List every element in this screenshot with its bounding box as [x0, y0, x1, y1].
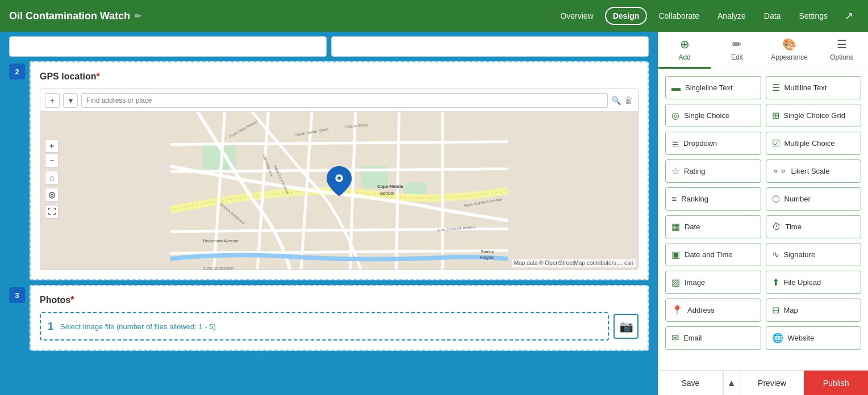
zoom-in-btn[interactable]: +: [45, 139, 59, 153]
qt-address[interactable]: 📍 Address: [665, 299, 761, 322]
qt-website[interactable]: 🌐 Website: [766, 326, 862, 350]
address-label: Address: [687, 306, 715, 314]
qt-time[interactable]: ⏱ Time: [766, 215, 862, 238]
fullscreen-btn[interactable]: ⛶: [45, 205, 59, 218]
sidebar-body: ▬ Singleline Text ☰ Multiline Text ◎ Sin…: [658, 69, 868, 370]
save-dropdown-btn[interactable]: ▲: [723, 371, 740, 395]
zoom-out-btn[interactable]: −: [45, 154, 59, 167]
save-button[interactable]: Save: [658, 371, 723, 395]
qt-number[interactable]: ⬡ Number: [766, 187, 862, 211]
qt-single-choice[interactable]: ◎ Single Choice: [665, 104, 761, 127]
multiple-choice-label: Multiple Choice: [784, 139, 835, 148]
photo-upload-box[interactable]: 1 Select image file (number of files all…: [40, 312, 609, 341]
photo-label: Select image file (number of files allow…: [60, 322, 216, 331]
single-choice-grid-icon: ⊞: [772, 110, 779, 121]
tab-options[interactable]: ☰ Options: [816, 32, 868, 69]
qt-image[interactable]: ▨ Image: [665, 271, 761, 294]
likert-scale-icon: ⚬⚬: [772, 166, 787, 177]
qt-likert-scale[interactable]: ⚬⚬ Likert Scale: [766, 159, 862, 183]
camera-button[interactable]: 📷: [614, 314, 639, 339]
options-tab-label: Options: [830, 53, 853, 61]
single-choice-icon: ◎: [671, 110, 679, 121]
right-sidebar: ⊕ Add ✏ Edit 🎨 Appearance ☰ Options ▬: [658, 32, 868, 395]
map-controls: + − ⌂ ◎ ⛶: [45, 139, 59, 218]
map-icon: ⊟: [772, 305, 779, 316]
nav-links: Overview Design Collaborate Analyze Data…: [553, 6, 859, 26]
time-icon: ⏱: [772, 222, 781, 232]
image-icon: ▨: [671, 277, 680, 288]
edit-title-icon[interactable]: ✏: [135, 11, 141, 20]
qt-date-and-time[interactable]: ▣ Date and Time: [665, 243, 761, 266]
svg-text:Cope Middle: Cope Middle: [377, 184, 403, 189]
required-star-2: *: [97, 72, 100, 81]
signature-label: Signature: [784, 250, 816, 259]
nav-data[interactable]: Data: [757, 8, 788, 24]
qt-date[interactable]: ▦ Date: [665, 215, 761, 238]
svg-text:School: School: [380, 191, 395, 196]
nav-collaborate[interactable]: Collaborate: [652, 8, 706, 24]
edit-tab-icon: ✏: [732, 37, 742, 51]
qt-signature[interactable]: ∿ Signature: [766, 243, 862, 266]
qt-map[interactable]: ⊟ Map: [766, 299, 862, 322]
date-and-time-icon: ▣: [671, 249, 680, 260]
multiline-text-icon: ☰: [772, 82, 780, 93]
map-search-input[interactable]: [81, 93, 608, 108]
qt-single-choice-grid[interactable]: ⊞ Single Choice Grid: [766, 104, 862, 127]
rating-label: Rating: [684, 167, 706, 175]
nav-analyze[interactable]: Analyze: [711, 8, 753, 24]
svg-text:Yuma Subdivision: Yuma Subdivision: [203, 266, 233, 270]
qt-multiple-choice[interactable]: ☑ Multiple Choice: [766, 132, 862, 155]
dropdown-label: Dropdown: [683, 139, 717, 148]
map-zoom-in[interactable]: +: [45, 93, 60, 108]
photos-input-row: 1 Select image file (number of files all…: [40, 312, 639, 341]
qt-ranking[interactable]: ≡ Ranking: [665, 187, 761, 211]
preview-button[interactable]: Preview: [740, 371, 804, 395]
qt-file-upload[interactable]: ⬆ File Upload: [766, 271, 862, 294]
photos-section-title: Photos*: [40, 295, 639, 305]
dropdown-icon: ≣: [671, 138, 679, 149]
qt-rating[interactable]: ☆ Rating: [665, 159, 761, 183]
add-tab-label: Add: [678, 53, 690, 61]
map-dropdown[interactable]: ▾: [63, 93, 78, 108]
map-container[interactable]: + ▾ 🔍 🗑: [40, 89, 639, 270]
tab-add[interactable]: ⊕ Add: [658, 32, 711, 69]
map-search-icon[interactable]: 🔍: [611, 96, 621, 105]
form-canvas: 2 GPS location* + ▾ 🔍 🗑: [0, 32, 658, 395]
section-2-content: GPS location* + ▾ 🔍 🗑: [30, 61, 649, 280]
add-tab-icon: ⊕: [680, 37, 690, 51]
date-and-time-label: Date and Time: [685, 250, 733, 259]
singleline-text-label: Singleline Text: [685, 83, 733, 92]
qt-dropdown[interactable]: ≣ Dropdown: [665, 132, 761, 155]
qt-multiline-text[interactable]: ☰ Multiline Text: [766, 76, 862, 99]
nav-settings[interactable]: Settings: [792, 8, 834, 24]
website-icon: 🌐: [772, 333, 783, 343]
options-tab-icon: ☰: [837, 37, 847, 51]
home-btn[interactable]: ⌂: [45, 171, 59, 184]
map-toolbar: + ▾ 🔍 🗑: [40, 89, 638, 112]
location-btn[interactable]: ◎: [45, 188, 59, 201]
ranking-label: Ranking: [681, 195, 708, 203]
map-delete-icon[interactable]: 🗑: [624, 95, 633, 106]
publish-button[interactable]: Publish: [804, 371, 868, 395]
top-navigation: Oil Contamination Watch ✏ Overview Desig…: [0, 0, 868, 32]
top-input-right[interactable]: [331, 36, 649, 57]
date-label: Date: [685, 222, 700, 231]
map-body[interactable]: West Olive Avenue South Center Street Ca…: [40, 112, 638, 270]
section-number-2: 2: [9, 64, 25, 79]
signature-icon: ∿: [772, 249, 779, 260]
app-title: Oil Contamination Watch: [9, 10, 130, 22]
top-input-left[interactable]: [9, 36, 327, 57]
map-svg: West Olive Avenue South Center Street Ca…: [40, 112, 638, 270]
nav-overview[interactable]: Overview: [553, 8, 600, 24]
nav-design[interactable]: Design: [605, 7, 648, 25]
qt-singleline-text[interactable]: ▬ Singleline Text: [665, 76, 761, 99]
file-upload-icon: ⬆: [772, 277, 779, 288]
svg-text:Smiley: Smiley: [481, 249, 494, 254]
qt-email[interactable]: ✉ Email: [665, 326, 761, 350]
share-button[interactable]: ↗: [839, 6, 859, 26]
tab-appearance[interactable]: 🎨 Appearance: [763, 32, 816, 69]
tab-edit[interactable]: ✏ Edit: [711, 32, 763, 69]
date-icon: ▦: [671, 221, 680, 232]
question-types-grid: ▬ Singleline Text ☰ Multiline Text ◎ Sin…: [665, 76, 861, 350]
main-layout: 2 GPS location* + ▾ 🔍 🗑: [0, 32, 868, 395]
